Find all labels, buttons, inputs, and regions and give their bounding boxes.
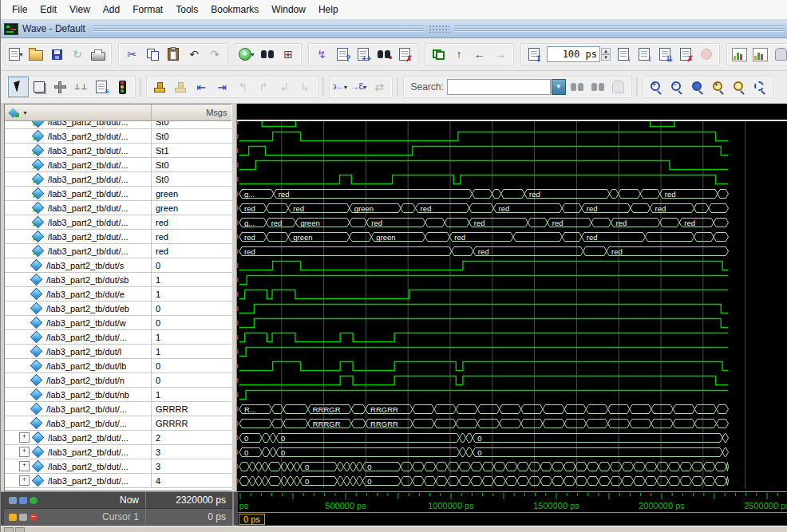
signal-row[interactable]: ➤/lab3_part2_tb/dut/...St0 (5, 129, 231, 144)
signal-name-cell[interactable]: ➤/lab3_part2_tb/dut/... (5, 129, 151, 143)
run-continue-button[interactable]: ↕ (634, 44, 655, 65)
redo-button[interactable]: ↷ (204, 44, 225, 65)
signal-name-cell[interactable]: +/lab3_part2_tb/dut/... (5, 459, 151, 473)
panel-splitter[interactable] (231, 104, 237, 491)
menu-item-bookmarks[interactable]: Bookmarks (204, 2, 265, 18)
wave-row[interactable] (237, 373, 787, 388)
signal-name-cell[interactable]: ➤/lab3_part2_tb/dut/... (5, 230, 151, 243)
undo-button[interactable]: ↶ (184, 44, 204, 65)
scroll-thumb[interactable] (15, 527, 25, 532)
stop-sim-button[interactable] (112, 77, 132, 97)
scroll-left-icon[interactable] (4, 527, 14, 532)
wave-row[interactable]: redgreengreenredred (237, 230, 787, 244)
signal-name-cell[interactable]: ➤/lab3_part2_tb/dut/... (5, 215, 151, 229)
wave-row[interactable]: RRRGRRRGRR (237, 416, 787, 431)
wave-row[interactable] (237, 287, 787, 301)
wave-row-svg[interactable] (237, 301, 787, 316)
search-reverse-button[interactable] (567, 77, 587, 97)
msgs-column-header[interactable]: Msgs (151, 104, 231, 120)
wave-row-svg[interactable]: 00 (237, 459, 787, 474)
signal-row[interactable]: /lab3_part2_tb/dut/lb0 (5, 359, 231, 373)
link-button[interactable] (428, 44, 449, 65)
wave-row-svg[interactable] (237, 330, 787, 345)
wave-row[interactable]: 000 (237, 431, 787, 445)
signal-row[interactable]: /lab3_part2_tb/dut/...1 (5, 330, 231, 345)
zoom-mode-button[interactable] (29, 77, 49, 97)
signal-row[interactable]: +/lab3_part2_tb/dut/...2 (5, 431, 231, 445)
signal-name-cell[interactable]: ➤/lab3_part2_tb/dut/... (5, 187, 151, 200)
menu-item-window[interactable]: Window (265, 2, 312, 18)
zoom-full-button[interactable] (687, 77, 708, 97)
wave-row-svg[interactable]: RRRGRRRGRR (237, 416, 787, 431)
previous-falling-edge-button[interactable]: ↰ (232, 77, 253, 97)
wave-row[interactable] (237, 273, 787, 287)
wave-search-button[interactable]: ● (374, 44, 394, 65)
signal-row[interactable]: /lab3_part2_tb/dut/...GRRRR (5, 416, 231, 431)
wave-row[interactable]: 00 (237, 459, 787, 474)
search-options-button[interactable] (608, 77, 629, 97)
wave-row-svg[interactable] (237, 129, 787, 144)
wave-row-svg[interactable]: R...RRRGRRRGRR (237, 402, 787, 416)
wave-row[interactable]: g...redgreenredredredredred (237, 215, 787, 230)
signal-row[interactable]: /lab3_part2_tb/dut/s0 (5, 258, 231, 273)
wave-row[interactable]: R...RRRGRRRGRR (237, 402, 787, 416)
examine-button[interactable]: ? (332, 44, 353, 65)
signal-name-cell[interactable]: +/lab3_part2_tb/dut/... (5, 445, 151, 459)
signal-row[interactable]: /lab3_part2_tb/dut/n0 (5, 373, 231, 388)
signal-row[interactable]: ➤/lab3_part2_tb/dut/...red (5, 244, 231, 258)
signal-row[interactable]: /lab3_part2_tb/dut/...GRRRR (5, 402, 231, 416)
print-button[interactable] (88, 44, 109, 65)
forward-button[interactable]: → (490, 44, 511, 65)
wave-row-svg[interactable] (237, 373, 787, 388)
zoom-selection-button[interactable] (749, 77, 770, 97)
signal-row[interactable]: ➤/lab3_part2_tb/dut/...red (5, 215, 231, 230)
edit-cursors-button[interactable]: ⊥⊥ (70, 77, 91, 97)
timeline-ruler[interactable]: 0 ps500000 ps1000000 ps1500000 ps2000000… (238, 492, 787, 513)
wave-row-svg[interactable] (237, 158, 787, 172)
new-document-button[interactable]: ▼ (8, 44, 26, 65)
wave-row-svg[interactable]: g...redgreenredredredredred (237, 215, 787, 230)
menu-item-file[interactable]: File (6, 2, 34, 18)
expand-toggle[interactable]: + (19, 475, 30, 486)
zoom-in-button[interactable]: + (646, 77, 666, 97)
run-length-input[interactable]: 100 ps (547, 46, 600, 62)
signal-row[interactable]: +/lab3_part2_tb/dut/...3 (5, 445, 231, 459)
add-wave-button[interactable]: +▼ (238, 44, 257, 65)
wave-row-svg[interactable] (237, 388, 787, 402)
menu-item-help[interactable]: Help (312, 2, 345, 18)
signal-name-cell[interactable]: ➤/lab3_part2_tb/dut/... (5, 201, 151, 215)
signal-row[interactable]: ➤/lab3_part2_tb/dut/...St0 (5, 121, 231, 129)
add-dividers-button[interactable]: ++ (353, 44, 374, 65)
wave-row[interactable] (237, 158, 787, 172)
signal-name-cell[interactable]: +/lab3_part2_tb/dut/... (5, 431, 151, 444)
paste-button[interactable] (163, 44, 184, 65)
search-input[interactable] (447, 79, 551, 95)
signal-panel-header[interactable]: ▼ Msgs (5, 104, 231, 121)
add-cursor-icon[interactable] (30, 497, 38, 504)
wave-row[interactable] (237, 388, 787, 402)
wave-row[interactable]: redredgreenredredredred (237, 201, 787, 215)
waveform-canvas[interactable]: g...redredredredredgreenredredredredg...… (237, 121, 787, 491)
save-button[interactable] (46, 44, 67, 65)
wave-row-svg[interactable]: redredred (237, 244, 787, 258)
power-button[interactable]: ↯ (311, 44, 332, 65)
signal-name-cell[interactable]: /lab3_part2_tb/dut/... (5, 402, 151, 416)
signal-row[interactable]: /lab3_part2_tb/dut/nb1 (5, 388, 231, 402)
wave-row-svg[interactable] (237, 144, 787, 158)
edit-mode-button[interactable]: ≡ (91, 77, 112, 97)
cursor-row[interactable]: − Cursor 1 0 ps (4, 509, 232, 526)
signal-row[interactable]: /lab3_part2_tb/dut/l1 (5, 345, 231, 359)
previous-rising-edge-button[interactable]: ↲ (274, 77, 295, 97)
edit-marker-icon[interactable] (9, 497, 17, 504)
add-wave-dropdown-icon[interactable]: ▼ (250, 52, 255, 57)
zoom-range-button[interactable] (729, 77, 749, 97)
copy-button[interactable] (142, 44, 163, 65)
signal-row[interactable]: ➤/lab3_part2_tb/dut/...green (5, 201, 231, 215)
insert-cursor-button[interactable] (149, 77, 170, 97)
signal-name-cell[interactable]: /lab3_part2_tb/dut/e (5, 287, 151, 301)
run-button[interactable]: ↓ (613, 44, 634, 65)
wrench-icon[interactable] (19, 514, 27, 521)
signal-row[interactable]: ➤/lab3_part2_tb/dut/...St0 (5, 172, 231, 187)
menu-item-add[interactable]: Add (97, 2, 126, 18)
wave-row[interactable]: 00 (237, 474, 787, 488)
